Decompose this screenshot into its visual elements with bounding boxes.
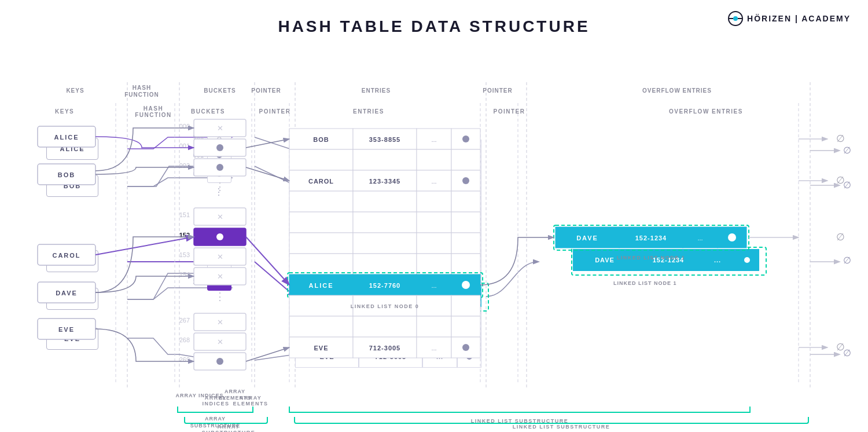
svg-text:ENTRIES: ENTRIES [362, 87, 391, 94]
svg-text:BOB: BOB [58, 171, 75, 178]
svg-text:CAROL: CAROL [52, 252, 80, 259]
svg-rect-85 [353, 149, 417, 170]
svg-text:LINKED LIST NODE 1: LINKED LIST NODE 1 [617, 255, 686, 261]
svg-text:HASH: HASH [133, 85, 151, 91]
svg-rect-104 [289, 233, 353, 254]
svg-point-83 [462, 136, 469, 142]
svg-text:ARRAY: ARRAY [205, 416, 226, 422]
svg-point-136 [462, 344, 469, 351]
svg-text:∅: ∅ [836, 133, 845, 144]
svg-text:✕: ✕ [217, 252, 223, 261]
svg-text:...: ... [431, 282, 436, 289]
svg-text:BOB: BOB [313, 136, 329, 143]
svg-text:151: 151 [179, 211, 190, 218]
svg-rect-100 [289, 212, 353, 233]
svg-rect-96 [289, 191, 353, 212]
svg-rect-102 [417, 212, 451, 233]
svg-text:∅: ∅ [836, 342, 845, 353]
svg-text:267: 267 [179, 317, 190, 324]
svg-text:EVE: EVE [58, 326, 75, 333]
svg-text:...: ... [431, 136, 436, 143]
svg-text:ALICE: ALICE [309, 282, 334, 289]
svg-rect-121 [289, 295, 353, 316]
svg-text:DAVE: DAVE [576, 235, 598, 241]
svg-text:268: 268 [179, 336, 190, 343]
svg-rect-98 [417, 191, 451, 212]
svg-rect-105 [353, 233, 417, 254]
svg-point-95 [462, 177, 469, 184]
svg-text:POINTER: POINTER [251, 87, 281, 94]
svg-point-59 [216, 233, 223, 240]
svg-text:152-7760: 152-7760 [369, 282, 401, 289]
svg-rect-107 [451, 233, 480, 254]
svg-rect-86 [417, 149, 451, 170]
svg-text:154: 154 [179, 271, 190, 278]
svg-text:269: 269 [179, 356, 190, 363]
svg-text:002: 002 [179, 162, 190, 169]
svg-rect-110 [417, 254, 451, 274]
svg-text:EVE: EVE [314, 345, 328, 352]
svg-rect-111 [451, 254, 480, 274]
svg-rect-84 [289, 149, 353, 170]
svg-text:...: ... [697, 235, 703, 241]
svg-rect-101 [353, 212, 417, 233]
svg-rect-87 [451, 149, 480, 170]
svg-point-1 [733, 16, 738, 21]
svg-text:...: ... [431, 345, 436, 352]
svg-rect-128 [451, 316, 480, 337]
svg-text:ARRAY: ARRAY [225, 389, 245, 394]
svg-rect-99 [451, 191, 480, 212]
svg-text:⋮: ⋮ [215, 181, 225, 192]
svg-rect-124 [451, 295, 480, 316]
svg-text:POINTER: POINTER [483, 87, 512, 94]
svg-text:ARRAY INDICES: ARRAY INDICES [175, 393, 223, 398]
svg-text:∅: ∅ [836, 175, 845, 186]
svg-text:✕: ✕ [217, 272, 223, 281]
svg-text:712-3005: 712-3005 [369, 345, 401, 352]
svg-point-145 [728, 233, 736, 241]
svg-text:153: 153 [179, 251, 190, 258]
svg-point-75 [216, 358, 223, 365]
svg-rect-103 [451, 212, 480, 233]
svg-text:LINKED LIST NODE 0: LINKED LIST NODE 0 [351, 303, 420, 309]
svg-text:∅: ∅ [836, 232, 845, 243]
svg-text:CAROL: CAROL [308, 178, 334, 185]
svg-text:✕: ✕ [217, 338, 223, 346]
logo: HÖRIZEN | ACADEMY [727, 10, 851, 27]
svg-text:✕: ✕ [217, 213, 223, 221]
svg-rect-106 [417, 233, 451, 254]
svg-point-52 [216, 164, 223, 171]
svg-rect-127 [417, 316, 451, 337]
svg-text:⋮: ⋮ [215, 291, 225, 302]
svg-text:OVERFLOW ENTRIES: OVERFLOW ENTRIES [642, 87, 712, 94]
svg-text:DAVE: DAVE [56, 290, 78, 296]
svg-text:000: 000 [179, 123, 190, 130]
svg-text:353-8855: 353-8855 [369, 136, 401, 143]
svg-text:✕: ✕ [217, 318, 223, 327]
svg-text:KEYS: KEYS [66, 87, 84, 94]
svg-text:...: ... [431, 178, 436, 185]
svg-point-49 [216, 144, 223, 151]
svg-text:BUCKETS: BUCKETS [204, 87, 236, 94]
svg-rect-108 [289, 254, 353, 274]
svg-point-119 [462, 281, 470, 289]
svg-rect-109 [353, 254, 417, 274]
svg-rect-125 [289, 316, 353, 337]
svg-text:LINKED LIST SUBSTRUCTURE: LINKED LIST SUBSTRUCTURE [471, 418, 569, 424]
svg-text:FUNCTION: FUNCTION [124, 91, 159, 98]
svg-text:SUBSTRUCTURE: SUBSTRUCTURE [190, 423, 241, 429]
svg-rect-97 [353, 191, 417, 212]
svg-text:ELEMENTS: ELEMENTS [218, 395, 251, 401]
svg-text:001: 001 [179, 142, 190, 149]
svg-text:✕: ✕ [217, 124, 223, 133]
svg-rect-126 [353, 316, 417, 337]
svg-text:152-1234: 152-1234 [635, 235, 667, 241]
svg-rect-123 [417, 295, 451, 316]
svg-text:ALICE: ALICE [54, 134, 79, 141]
svg-text:123-3345: 123-3345 [369, 178, 401, 185]
